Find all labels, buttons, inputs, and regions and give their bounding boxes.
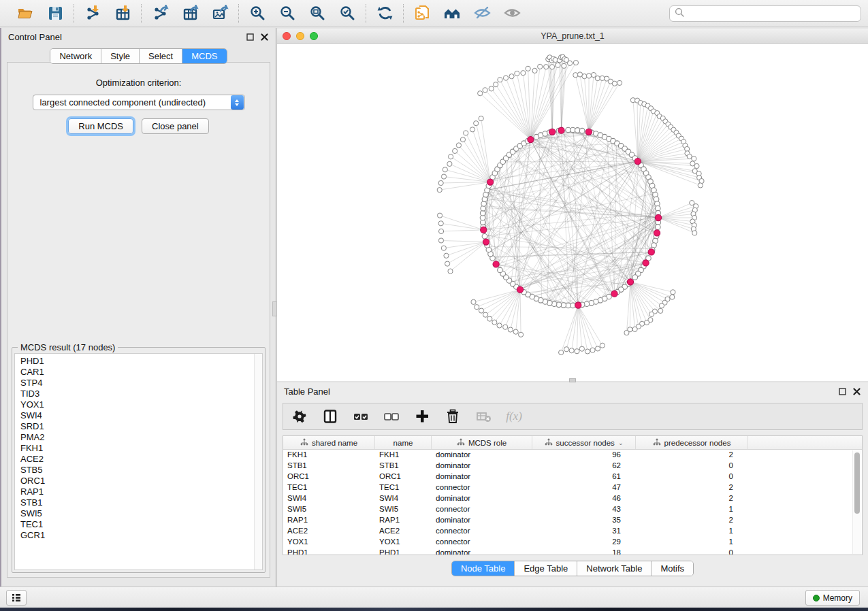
network-node[interactable] <box>575 349 579 354</box>
table-cell[interactable]: 1 <box>636 537 748 548</box>
network-node[interactable] <box>515 71 519 76</box>
network-node[interactable] <box>438 221 443 226</box>
mcds-hub-node[interactable] <box>558 127 564 133</box>
table-row[interactable]: SWI5SWI5connector431 <box>283 504 862 515</box>
network-window-titlebar[interactable]: YPA_prune.txt_1 <box>277 29 868 44</box>
network-node[interactable] <box>624 330 629 335</box>
mcds-result-item[interactable]: CAR1 <box>20 367 262 378</box>
network-node[interactable] <box>564 57 568 62</box>
network-node[interactable] <box>692 156 696 161</box>
mcds-result-item[interactable]: RAP1 <box>20 486 262 497</box>
network-node[interactable] <box>632 275 638 280</box>
network-node[interactable] <box>443 167 447 172</box>
table-cell[interactable]: 2 <box>636 450 748 461</box>
zoom-selected-icon[interactable] <box>338 4 357 23</box>
network-node[interactable] <box>475 305 479 310</box>
network-node[interactable] <box>464 131 468 135</box>
table-cell[interactable]: dominator <box>432 461 532 472</box>
network-node[interactable] <box>478 91 483 96</box>
network-node[interactable] <box>497 323 502 328</box>
refresh-icon[interactable] <box>375 4 394 23</box>
network-node[interactable] <box>479 116 483 121</box>
table-cell[interactable]: 47 <box>532 482 636 493</box>
mcds-hub-node[interactable] <box>549 129 556 135</box>
table-cell[interactable]: dominator <box>432 548 532 555</box>
mcds-hub-node[interactable] <box>585 129 592 135</box>
network-node[interactable] <box>509 74 514 79</box>
table-cell[interactable]: 31 <box>532 526 636 537</box>
network-node[interactable] <box>441 174 446 179</box>
network-node[interactable] <box>521 71 526 76</box>
network-canvas[interactable] <box>277 44 868 380</box>
network-node[interactable] <box>562 63 566 68</box>
table-cell[interactable]: PHD1 <box>283 548 375 555</box>
network-node[interactable] <box>659 303 664 308</box>
column-header-shared-name[interactable]: shared name <box>283 436 375 449</box>
network-node[interactable] <box>692 231 697 235</box>
column-header-successor-nodes[interactable]: successor nodes⌄ <box>532 436 636 449</box>
network-node[interactable] <box>644 320 649 325</box>
mcds-result-scrollbar[interactable] <box>254 354 262 569</box>
show-all-icon[interactable] <box>502 4 521 23</box>
table-row[interactable]: STB1STB1dominator620 <box>283 461 862 472</box>
table-cell[interactable]: 62 <box>532 461 636 472</box>
export-table-icon[interactable] <box>180 4 199 23</box>
table-cell[interactable]: 46 <box>532 493 636 504</box>
clone-network-icon[interactable] <box>413 4 432 23</box>
network-node[interactable] <box>489 86 494 91</box>
network-node[interactable] <box>690 201 694 205</box>
network-graph[interactable] <box>277 44 867 380</box>
network-node[interactable] <box>556 63 560 67</box>
network-node[interactable] <box>600 343 605 348</box>
network-node[interactable] <box>564 347 568 352</box>
table-cell[interactable]: 2 <box>636 482 748 493</box>
check-pair-icon[interactable] <box>353 408 369 425</box>
memory-button[interactable]: Memory <box>805 590 860 606</box>
zoom-in-icon[interactable] <box>248 4 267 23</box>
mcds-hub-node[interactable] <box>487 179 494 185</box>
table-cell[interactable]: ORC1 <box>283 472 375 482</box>
network-node[interactable] <box>503 76 508 80</box>
table-cell[interactable]: SWI5 <box>283 504 375 515</box>
close-panel-button[interactable]: Close panel <box>142 118 209 134</box>
network-node[interactable] <box>492 320 497 325</box>
node-table[interactable]: shared namenameMCDS rolesuccessor nodes⌄… <box>283 435 863 555</box>
mcds-result-item[interactable]: GCR1 <box>20 530 262 541</box>
table-cell[interactable]: ACE2 <box>283 526 375 537</box>
network-node[interactable] <box>573 61 578 65</box>
network-node[interactable] <box>508 327 513 332</box>
table-cell[interactable]: connector <box>432 526 532 537</box>
mcds-hub-node[interactable] <box>648 249 654 255</box>
mcds-result-item[interactable]: PHD1 <box>20 356 262 367</box>
search-input[interactable] <box>684 9 856 18</box>
trash-icon[interactable] <box>445 408 461 425</box>
close-table-panel-icon[interactable] <box>852 387 861 396</box>
table-cell[interactable]: FKH1 <box>375 450 432 461</box>
network-node[interactable] <box>498 78 502 82</box>
network-node[interactable] <box>579 346 584 351</box>
network-node[interactable] <box>526 66 530 71</box>
network-node[interactable] <box>559 350 564 354</box>
network-node[interactable] <box>438 229 443 233</box>
table-cell[interactable]: SWI4 <box>283 493 375 504</box>
network-node[interactable] <box>573 73 578 78</box>
network-node[interactable] <box>595 346 600 351</box>
table-row[interactable]: ORC1ORC1dominator610 <box>283 472 862 482</box>
table-row[interactable]: SWI4SWI4dominator462 <box>283 493 862 504</box>
table-row[interactable]: ACE2ACE2connector311 <box>283 526 862 537</box>
table-cell[interactable]: 29 <box>532 537 636 548</box>
mcds-result-item[interactable]: YOX1 <box>20 399 262 410</box>
zoom-fit-icon[interactable] <box>308 4 327 23</box>
mcds-hub-node[interactable] <box>483 239 489 245</box>
mcds-hub-node[interactable] <box>493 261 499 267</box>
network-node[interactable] <box>498 267 503 273</box>
close-panel-icon[interactable] <box>260 33 269 42</box>
task-history-button[interactable] <box>6 590 27 606</box>
table-cell[interactable]: RAP1 <box>283 515 375 526</box>
network-node[interactable] <box>479 308 483 313</box>
table-tab-edge-table[interactable]: Edge Table <box>515 561 577 576</box>
network-node[interactable] <box>532 68 537 73</box>
table-cell[interactable]: 96 <box>532 450 636 461</box>
mcds-result-item[interactable]: STB5 <box>20 465 262 476</box>
table-tab-network-table[interactable]: Network Table <box>577 561 652 576</box>
